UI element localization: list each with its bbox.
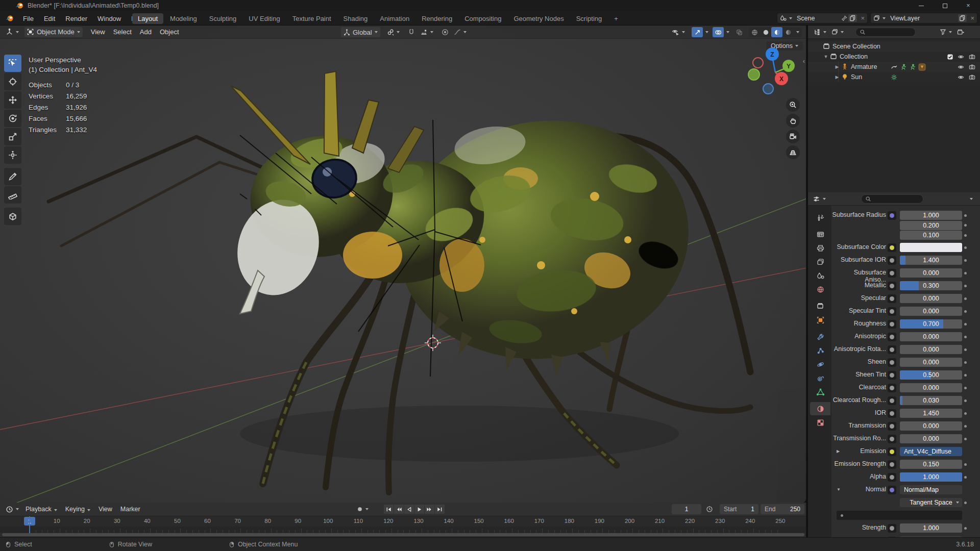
- proportional-falloff-dropdown[interactable]: [451, 27, 469, 37]
- eye-icon[interactable]: [957, 54, 965, 60]
- keyframe-dot[interactable]: [964, 259, 967, 262]
- add-workspace-button[interactable]: +: [608, 13, 624, 24]
- timeline-menu-keying[interactable]: Keying: [61, 506, 94, 513]
- camera-view-button[interactable]: [786, 130, 800, 143]
- socket-toggle[interactable]: [888, 211, 896, 220]
- property-row-ior[interactable]: 1.450: [900, 409, 962, 418]
- tab-shading[interactable]: Shading: [338, 13, 374, 24]
- toggle-perspective-button[interactable]: [786, 145, 800, 159]
- frame-end-field[interactable]: End 250: [761, 504, 804, 514]
- keyframe-dot[interactable]: [964, 438, 967, 440]
- property-row-clearcoat-rough-[interactable]: 0.030: [900, 396, 962, 405]
- transport-prev-key-button[interactable]: [394, 505, 404, 514]
- socket-toggle[interactable]: [888, 320, 896, 329]
- disclosure-right-icon[interactable]: ▶: [837, 449, 840, 454]
- tool-move[interactable]: [4, 91, 21, 109]
- property-row-emission[interactable]: Ant_V4c_Diffuse: [900, 447, 962, 456]
- tab-modeling[interactable]: Modeling: [164, 13, 203, 24]
- property-row-select[interactable]: Tangent Space: [900, 498, 962, 507]
- tool-cursor[interactable]: [4, 73, 21, 90]
- socket-toggle[interactable]: [888, 473, 896, 482]
- keyframe-dot[interactable]: [964, 214, 967, 217]
- timeline-ruler[interactable]: 1020304050607080901001101201301401501601…: [0, 516, 807, 527]
- snap-with-dropdown[interactable]: [418, 27, 436, 37]
- camera-icon[interactable]: [968, 64, 976, 70]
- tool-add-cube[interactable]: [4, 208, 21, 225]
- multi-value-field[interactable]: 1.000: [900, 211, 962, 220]
- scene-selector[interactable]: Scene ×: [777, 13, 868, 23]
- property-row-metallic[interactable]: 0.300: [900, 281, 962, 290]
- transport-play-reverse-button[interactable]: [404, 505, 414, 514]
- tool-scale[interactable]: [4, 128, 21, 145]
- properties-tab-render[interactable]: [810, 228, 830, 241]
- property-row-normal[interactable]: Normal/Map: [900, 485, 962, 494]
- keyframe-dot[interactable]: [964, 412, 967, 415]
- orientation-dropdown[interactable]: Global: [341, 27, 380, 37]
- show-gizmo-toggle[interactable]: [692, 27, 703, 37]
- socket-toggle[interactable]: [888, 409, 896, 418]
- menu-window[interactable]: Window: [92, 11, 126, 26]
- outliner-display-mode-button[interactable]: [829, 27, 846, 37]
- property-row-sheen-tint[interactable]: 0.500: [900, 370, 962, 380]
- keyframe-dot[interactable]: [964, 348, 967, 351]
- property-row-subsurface-aniso-[interactable]: 0.000: [900, 268, 962, 278]
- overlays-dropdown[interactable]: [726, 31, 729, 33]
- tool-transform[interactable]: [4, 146, 21, 164]
- pan-button[interactable]: [786, 114, 800, 128]
- keyframe-dot[interactable]: [964, 234, 967, 237]
- tab-uv-editing[interactable]: UV Editing: [243, 13, 285, 24]
- keyframe-dot[interactable]: [964, 246, 967, 249]
- socket-toggle[interactable]: [888, 243, 896, 252]
- camera-icon[interactable]: [968, 74, 976, 81]
- property-row-emission-strength[interactable]: 0.150: [900, 460, 962, 469]
- property-row-subsurface-color[interactable]: [900, 243, 962, 252]
- property-row-transmission-ro-[interactable]: 0.000: [900, 434, 962, 443]
- badge-icon[interactable]: [918, 63, 926, 71]
- viewlayer-name[interactable]: ViewLayer: [888, 15, 957, 22]
- tool-rotate[interactable]: [4, 110, 21, 127]
- shading-material-button[interactable]: [771, 27, 782, 37]
- menu-file[interactable]: File: [18, 11, 39, 26]
- timeline-menu-marker[interactable]: Marker: [116, 506, 144, 513]
- keyframe-dot[interactable]: [964, 387, 967, 389]
- property-row-clearcoat[interactable]: 0.000: [900, 383, 962, 392]
- outliner-row-scene-collection[interactable]: Scene Collection: [808, 41, 980, 52]
- transport-play-button[interactable]: [414, 505, 424, 514]
- properties-options-dropdown[interactable]: [970, 198, 973, 200]
- socket-toggle[interactable]: [888, 396, 896, 405]
- keyframe-dot[interactable]: [964, 361, 967, 364]
- properties-editor-type-button[interactable]: [810, 194, 828, 204]
- remove-viewlayer-icon[interactable]: ×: [968, 14, 977, 22]
- keyframe-dot[interactable]: [964, 224, 967, 227]
- properties-tab-material[interactable]: [810, 402, 830, 415]
- pose-icon[interactable]: [909, 64, 916, 70]
- shading-solid-button[interactable]: [760, 27, 771, 37]
- new-collection-button[interactable]: [954, 27, 967, 37]
- timeline-scrollbar[interactable]: [2, 533, 804, 536]
- scene-name[interactable]: Scene: [795, 15, 841, 22]
- properties-tab-world[interactable]: [810, 283, 830, 296]
- expander-icon[interactable]: ▼: [823, 54, 828, 59]
- scene-type-icon[interactable]: [777, 13, 795, 23]
- menu-render[interactable]: Render: [60, 11, 92, 26]
- properties-tab-view-layer[interactable]: [810, 255, 830, 268]
- xray-toggle[interactable]: [733, 27, 745, 37]
- properties-tab-particles[interactable]: [810, 344, 830, 357]
- shading-wireframe-button[interactable]: [749, 27, 760, 37]
- timeline-menu-view[interactable]: View: [94, 506, 116, 513]
- disclosure-down-icon[interactable]: ▼: [837, 487, 841, 492]
- pivot-dropdown[interactable]: [384, 27, 402, 37]
- property-row-anisotropic-rota-[interactable]: 0.000: [900, 345, 962, 354]
- properties-tab-tool[interactable]: [810, 211, 830, 224]
- socket-toggle[interactable]: [888, 307, 896, 316]
- new-viewlayer-button[interactable]: [958, 14, 967, 22]
- tab-geometry-nodes[interactable]: Geometry Nodes: [508, 13, 569, 24]
- property-row-anisotropic[interactable]: 0.000: [900, 332, 962, 341]
- socket-toggle[interactable]: [888, 384, 896, 392]
- keyframe-dot[interactable]: [964, 323, 967, 325]
- sun-icon[interactable]: [891, 74, 897, 81]
- properties-tab-constraints[interactable]: [810, 371, 830, 385]
- minimize-button[interactable]: [910, 0, 933, 11]
- socket-toggle[interactable]: [888, 269, 896, 278]
- property-row-sheen[interactable]: 0.000: [900, 358, 962, 367]
